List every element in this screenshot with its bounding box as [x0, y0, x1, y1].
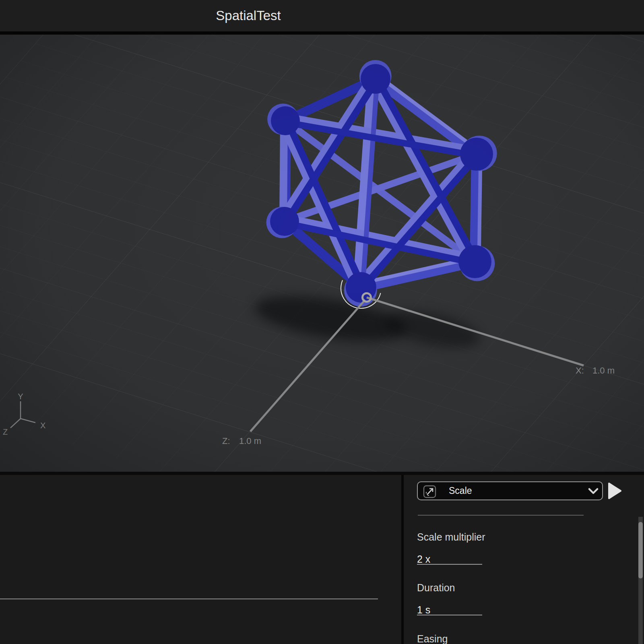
window-title: SpatialTest — [0, 0, 497, 31]
timeline-ruler-line — [0, 599, 378, 599]
play-icon — [606, 481, 622, 500]
inspector-scrollbar-thumb[interactable] — [638, 522, 643, 578]
scale-multiplier-field[interactable]: 2 x — [417, 553, 482, 565]
timeline-panel[interactable] — [0, 475, 401, 644]
scale-icon — [423, 485, 437, 499]
chevron-down-icon — [588, 488, 599, 495]
scene-root: X:1.0 mZ:1.0 mYXZ — [0, 35, 644, 472]
viewport-divider — [0, 472, 644, 475]
action-type-label: Scale — [449, 482, 472, 500]
duration-label: Duration — [417, 582, 455, 594]
easing-label: Easing — [417, 633, 448, 644]
scale-multiplier-value: 2 x — [417, 553, 430, 565]
scene-canvas[interactable]: X:1.0 mZ:1.0 mYXZ — [0, 35, 644, 472]
inspector-separator — [418, 515, 584, 516]
action-type-dropdown[interactable]: Scale — [417, 481, 603, 500]
scale-multiplier-label: Scale multiplier — [417, 531, 485, 543]
duration-value: 1 s — [417, 604, 430, 615]
play-button[interactable] — [606, 481, 625, 500]
duration-field[interactable]: 1 s — [417, 604, 482, 615]
titlebar-divider — [0, 31, 644, 35]
title-bar: SpatialTest — [0, 0, 644, 31]
viewport-vignette — [0, 35, 644, 472]
